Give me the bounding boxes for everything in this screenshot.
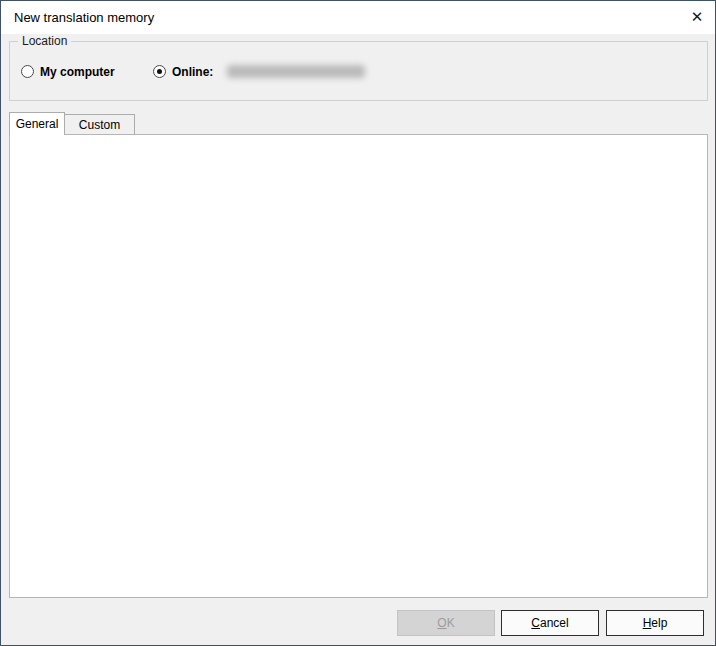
tab-custom-fields[interactable]: Custom fields <box>65 114 135 135</box>
my-computer-label: My computer <box>40 65 115 79</box>
general-tab-page <box>9 134 708 598</box>
ok-button: OK <box>397 610 495 636</box>
help-button[interactable]: Help <box>606 610 704 636</box>
online-server-redacted <box>227 65 365 78</box>
close-icon[interactable]: ✕ <box>688 8 706 26</box>
location-legend: Location <box>18 34 71 48</box>
cancel-button[interactable]: Cancel <box>501 610 599 636</box>
tab-general[interactable]: General <box>9 112 65 135</box>
title-bar: New translation memory ✕ <box>1 1 715 34</box>
my-computer-radio-circle <box>21 65 34 78</box>
online-radio-circle <box>153 65 166 78</box>
online-label: Online: <box>172 65 213 79</box>
new-translation-memory-dialog: New translation memory ✕ Location My com… <box>0 0 716 646</box>
dialog-title: New translation memory <box>14 10 154 25</box>
